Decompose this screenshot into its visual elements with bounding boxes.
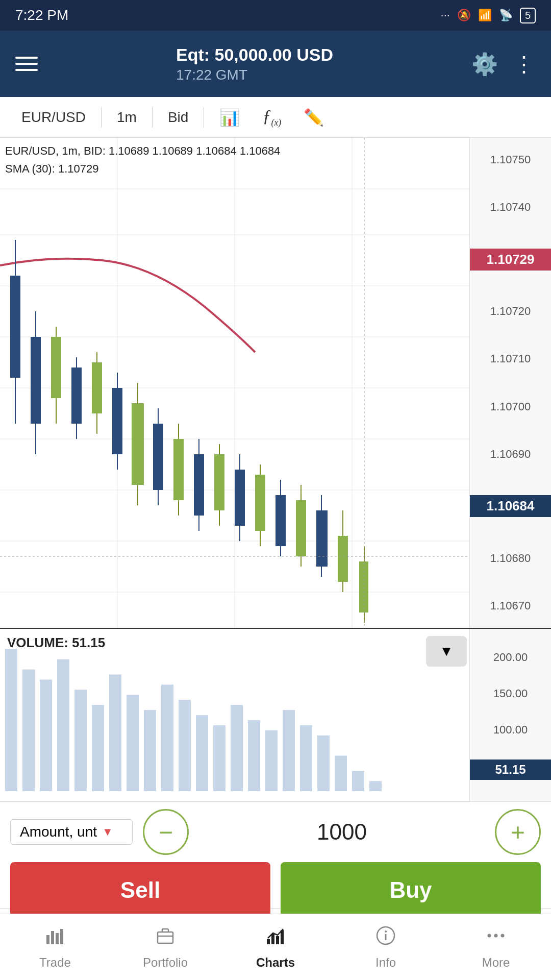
svg-rect-47 [359,561,368,612]
svg-rect-72 [46,935,49,944]
status-bar: 7:22 PM ··· 🔕 📶 📡 5 [0,0,551,31]
svg-rect-65 [265,730,278,791]
quantity-value: 1000 [199,819,485,845]
svg-rect-43 [316,510,328,567]
svg-rect-39 [276,495,286,546]
gmt-time: 17:22 GMT [176,67,247,83]
svg-rect-37 [255,475,265,531]
dropdown-arrow-icon: ▼ [102,825,113,839]
vol-level-3: 100.00 [470,723,551,737]
currency-pair[interactable]: EUR/USD [10,104,97,131]
svg-rect-63 [231,705,243,791]
menu-button[interactable] [15,57,38,71]
price-level-3: 1.10720 [470,305,551,318]
amount-label: Amount, unt [20,824,97,840]
chart-svg [0,138,469,628]
nav-item-info[interactable]: Info [331,920,441,975]
function-icon[interactable]: ƒ(x) [251,101,292,133]
price-level-2: 1.10740 [470,201,551,214]
price-level-4: 1.10710 [470,352,551,365]
svg-rect-53 [57,659,69,791]
svg-rect-69 [335,756,347,792]
decrease-qty-button[interactable]: − [143,809,189,855]
equity-value: Eqt: 50,000.00 USD [176,45,333,65]
nav-label-charts: Charts [256,955,295,970]
nav-item-trade[interactable]: Trade [0,920,110,975]
svg-rect-79 [271,934,274,944]
svg-rect-35 [235,470,245,526]
amount-row: Amount, unt ▼ − 1000 + [10,809,541,855]
ohlc-info: EUR/USD, 1m, BID: 1.10689 1.10689 1.1068… [5,142,280,160]
collapse-volume-button[interactable]: ▼ [426,636,467,667]
price-level-7: 1.10680 [470,552,551,565]
nav-item-portfolio[interactable]: Portfolio [110,920,220,975]
svg-rect-62 [213,725,226,791]
volume-label: VOLUME: 51.15 [7,635,105,651]
increase-qty-button[interactable]: + [495,809,541,855]
toolbar-divider-1 [101,107,102,128]
svg-rect-25 [132,403,144,485]
nav-label-more: More [482,955,510,970]
battery-icon: 5 [520,8,536,23]
svg-rect-52 [40,679,52,791]
svg-rect-75 [60,929,63,944]
sma-info: SMA (30): 1.10729 [5,160,280,178]
svg-rect-21 [92,362,102,413]
toolbar-divider-3 [204,107,204,128]
svg-rect-76 [158,932,173,943]
price-level-1: 1.10750 [470,153,551,166]
price-level-5: 1.10700 [470,400,551,413]
signal-bars-icon: 📶 [478,9,492,22]
svg-rect-41 [296,500,306,556]
svg-rect-51 [22,670,35,792]
svg-rect-31 [194,454,204,516]
svg-rect-50 [5,649,17,791]
buy-button[interactable]: Buy [281,862,541,918]
svg-rect-17 [51,337,61,398]
svg-rect-59 [161,684,173,791]
vol-current: 51.15 [470,760,551,780]
more-icon [485,925,507,951]
candlestick-chart-icon[interactable]: 📊 [208,103,251,132]
svg-rect-73 [51,931,54,944]
svg-rect-70 [352,771,364,791]
notification-icon: 🔕 [457,9,471,22]
candlestick-chart[interactable]: EUR/USD, 1m, BID: 1.10689 1.10689 1.1068… [0,138,551,628]
svg-rect-68 [317,736,330,791]
trade-icon [44,925,66,951]
svg-rect-71 [369,781,382,791]
info-icon [375,925,396,951]
nav-item-more[interactable]: More [441,920,551,975]
svg-rect-57 [127,695,139,791]
bottom-nav: Trade Portfolio Charts [0,914,551,980]
charts-icon [265,925,286,951]
volume-chart: VOLUME: 51.15 ▼ 200.00 150.00 100.00 51 [0,628,551,801]
svg-rect-80 [276,936,279,944]
svg-rect-67 [300,725,312,791]
buy-sell-row: Sell Buy [10,862,541,918]
more-options-icon[interactable]: ⋮ [513,52,536,77]
svg-rect-29 [173,439,184,500]
nav-label-trade: Trade [39,955,71,970]
header-actions: ⚙️ ⋮ [471,52,536,77]
svg-rect-58 [144,710,156,791]
sell-button[interactable]: Sell [10,862,270,918]
amount-type-selector[interactable]: Amount, unt ▼ [10,819,133,845]
status-time: 7:22 PM [15,7,68,23]
volume-svg [0,629,469,801]
svg-rect-23 [112,388,122,454]
price-level-6: 1.10690 [470,448,551,461]
draw-icon[interactable]: ✏️ [292,103,335,132]
settings-icon[interactable]: ⚙️ [471,52,498,77]
chart-toolbar: EUR/USD 1m Bid 📊 ƒ(x) ✏️ [0,97,551,138]
svg-point-85 [488,934,491,937]
nav-label-info: Info [375,955,396,970]
current-price-highlight: 1.10684 [470,495,551,517]
portfolio-icon [155,925,176,951]
chevron-down-icon: ▼ [439,643,454,659]
sma-price-highlight: 1.10729 [470,249,551,271]
nav-item-charts[interactable]: Charts [220,920,331,975]
timeframe-selector[interactable]: 1m [106,104,148,131]
price-type-selector[interactable]: Bid [157,104,199,131]
svg-point-84 [385,930,387,933]
